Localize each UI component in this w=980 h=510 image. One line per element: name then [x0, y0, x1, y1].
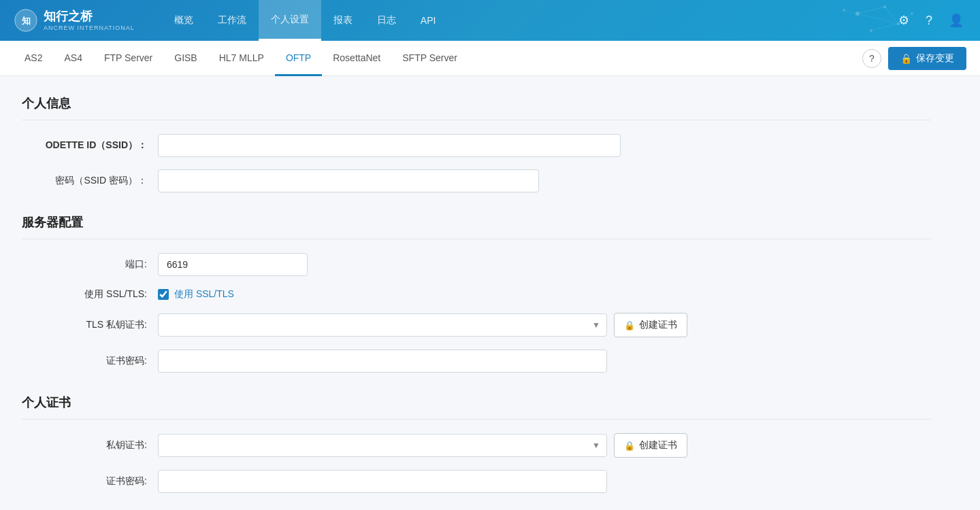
- tab-as2[interactable]: AS2: [14, 41, 53, 76]
- odette-id-label: ODETTE ID（SSID）：: [22, 139, 158, 152]
- private-create-cert-button[interactable]: 🔒 创建证书: [614, 433, 687, 458]
- tab-rosettanet[interactable]: RosettaNet: [322, 41, 391, 76]
- tab-hl7-mllp[interactable]: HL7 MLLP: [208, 41, 275, 76]
- personal-cert-title: 个人证书: [22, 394, 931, 420]
- personal-cert-password-input[interactable]: [158, 470, 607, 493]
- app-name: 知行之桥: [44, 10, 135, 24]
- tab-oftp[interactable]: OFTP: [275, 41, 322, 76]
- ssl-tls-checkbox[interactable]: [158, 289, 169, 300]
- private-create-cert-label: 创建证书: [639, 439, 677, 452]
- lock-icon: 🔒: [624, 320, 635, 330]
- nav-links: 概览 工作流 个人设置 报表 日志 API: [162, 0, 896, 41]
- personal-info-section: 个人信息 ODETTE ID（SSID）： 密码（SSID 密码）：: [22, 95, 931, 192]
- tab-sftp-server[interactable]: SFTP Server: [391, 41, 468, 76]
- save-changes-button[interactable]: 🔒 保存变更: [888, 47, 966, 70]
- tls-cert-row: TLS 私钥证书: ▼ 🔒 创建证书: [22, 313, 931, 337]
- personal-cert-password-row: 证书密码:: [22, 470, 931, 493]
- port-input[interactable]: [158, 253, 308, 276]
- svg-line-11: [844, 10, 858, 14]
- server-config-title: 服务器配置: [22, 214, 931, 239]
- logo-icon: 知: [14, 8, 38, 33]
- cert-password-row: 证书密码:: [22, 350, 931, 373]
- nav-logs[interactable]: 日志: [365, 0, 408, 41]
- private-cert-select-wrapper: ▼: [158, 434, 607, 457]
- password-input[interactable]: [158, 169, 539, 192]
- cert-password-input[interactable]: [158, 350, 607, 373]
- nav-workflow[interactable]: 工作流: [206, 0, 259, 41]
- ssl-tls-label: 使用 SSL/TLS:: [22, 288, 158, 301]
- ssl-tls-checkbox-group: 使用 SSL/TLS: [158, 288, 234, 301]
- port-row: 端口:: [22, 253, 931, 276]
- tls-cert-label: TLS 私钥证书:: [22, 319, 158, 331]
- user-icon-button[interactable]: 👤: [946, 10, 966, 31]
- help-button[interactable]: ?: [862, 49, 881, 68]
- app-logo: 知 知行之桥 ANCREW INTERNATIONAL: [14, 8, 135, 33]
- svg-line-8: [858, 7, 885, 14]
- logo-text-block: 知行之桥 ANCREW INTERNATIONAL: [44, 10, 135, 31]
- tab-gisb[interactable]: GISB: [163, 41, 208, 76]
- nav-reports[interactable]: 报表: [321, 0, 365, 41]
- nav-api[interactable]: API: [408, 0, 448, 41]
- svg-line-12: [898, 14, 912, 24]
- lock-icon: 🔒: [900, 53, 912, 64]
- svg-line-10: [871, 24, 898, 31]
- private-cert-row: 私钥证书: ▼ 🔒 创建证书: [22, 433, 931, 458]
- personal-info-title: 个人信息: [22, 95, 931, 120]
- nav-overview[interactable]: 概览: [162, 0, 206, 41]
- password-row: 密码（SSID 密码）：: [22, 169, 931, 192]
- nav-decoration: [789, 0, 926, 41]
- port-label: 端口:: [22, 258, 158, 271]
- nav-personal-settings[interactable]: 个人设置: [259, 0, 321, 41]
- password-label: 密码（SSID 密码）：: [22, 175, 158, 187]
- main-content: 个人信息 ODETTE ID（SSID）： 密码（SSID 密码）： 服务器配置…: [0, 76, 953, 510]
- cert-password-label: 证书密码:: [22, 355, 158, 367]
- tab-as4[interactable]: AS4: [53, 41, 93, 76]
- tls-cert-select[interactable]: [158, 313, 607, 337]
- tls-create-cert-button[interactable]: 🔒 创建证书: [614, 313, 687, 337]
- tab-ftp-server[interactable]: FTP Server: [93, 41, 163, 76]
- personal-cert-password-label: 证书密码:: [22, 475, 158, 488]
- odette-id-input[interactable]: [158, 134, 621, 157]
- odette-id-row: ODETTE ID（SSID）：: [22, 134, 931, 157]
- tls-create-cert-label: 创建证书: [639, 319, 677, 331]
- tls-cert-select-wrapper: ▼: [158, 313, 607, 337]
- svg-text:知: 知: [21, 16, 31, 26]
- sub-tab-bar: AS2 AS4 FTP Server GISB HL7 MLLP OFTP Ro…: [0, 41, 980, 76]
- sub-tab-actions: ? 🔒 保存变更: [862, 47, 966, 70]
- top-navigation: 知 知行之桥 ANCREW INTERNATIONAL 概览 工作流 个人设置 …: [0, 0, 980, 41]
- svg-line-13: [858, 14, 898, 24]
- lock-icon: 🔒: [624, 441, 635, 451]
- private-cert-select[interactable]: [158, 434, 607, 457]
- personal-cert-section: 个人证书 私钥证书: ▼ 🔒 创建证书 证书密码:: [22, 394, 931, 493]
- server-config-section: 服务器配置 端口: 使用 SSL/TLS: 使用 SSL/TLS TLS 私钥证…: [22, 214, 931, 373]
- app-subname: ANCREW INTERNATIONAL: [44, 24, 135, 31]
- svg-line-9: [885, 7, 898, 24]
- private-cert-label: 私钥证书:: [22, 439, 158, 452]
- ssl-tls-checkbox-label[interactable]: 使用 SSL/TLS: [174, 288, 234, 301]
- ssl-tls-row: 使用 SSL/TLS: 使用 SSL/TLS: [22, 288, 931, 301]
